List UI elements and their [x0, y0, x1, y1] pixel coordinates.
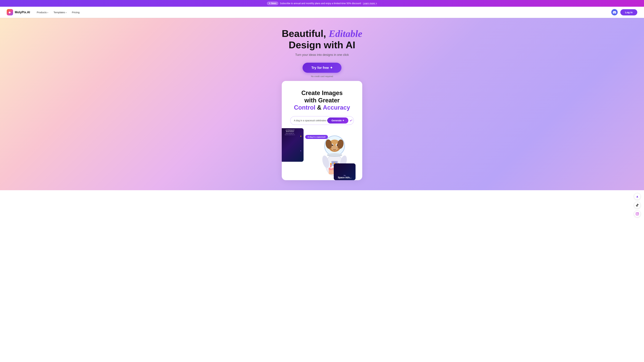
svg-point-30 [332, 144, 333, 146]
pricing-nav-link[interactable]: Pricing [72, 11, 80, 14]
navigation: ◆ MolyPix.AI Products › Templates › Pric… [0, 7, 644, 18]
svg-point-32 [332, 144, 333, 145]
hero-section: Beautiful, Editable Design with AI Turn … [0, 18, 644, 190]
logo-text: MolyPix.AI [15, 10, 30, 14]
logo-icon: ◆ [7, 9, 13, 15]
generate-input-area: Generate ✦ ↩ [290, 116, 354, 125]
hero-subtitle: Turn your ideas into designs in one clic… [295, 53, 349, 57]
svg-point-40 [327, 153, 342, 156]
login-button[interactable]: Log in [620, 9, 637, 15]
feature-title: Create Images with Greater Control & Acc… [290, 89, 354, 111]
announcement-text: Subscribe to annual and monthly plans an… [280, 2, 361, 5]
learn-more-link[interactable]: Learn more > [363, 2, 377, 5]
feature-image-area: ASTRONAUT BIRTHDAY Space Birthday Pa... … [290, 128, 354, 180]
generate-input[interactable] [294, 119, 327, 122]
products-nav-link[interactable]: Products › [37, 11, 48, 14]
no-credit-card-text: No credit card required [311, 75, 333, 78]
discord-button[interactable] [611, 9, 618, 15]
feature-card-text: Create Images with Greater Control & Acc… [290, 89, 354, 125]
hero-title: Beautiful, Editable Design with AI [282, 28, 362, 50]
news-badge: ✦ News [267, 2, 278, 5]
space-adventure-card: Big Space Adv... [334, 163, 356, 180]
hero-title-italic: Editable [329, 28, 362, 39]
generate-button[interactable]: Generate ✦ [327, 117, 348, 123]
chevron-right-icon-2: › [66, 11, 66, 14]
svg-text:◆: ◆ [8, 11, 11, 14]
feature-card: Create Images with Greater Control & Acc… [282, 81, 362, 180]
chevron-right-icon: › [47, 11, 48, 14]
logo[interactable]: ◆ MolyPix.AI [7, 9, 30, 15]
prompt-label: A dog in a spacesuit [305, 135, 328, 139]
arrow-icon: ↩ [349, 118, 353, 123]
nav-actions: Log in [611, 9, 637, 15]
nav-links: Products › Templates › Pricing [37, 11, 611, 14]
svg-rect-7 [332, 162, 337, 163]
templates-nav-link[interactable]: Templates › [54, 11, 66, 14]
birthday-card-title: ASTRONAUT BIRTHDAY [282, 128, 304, 133]
birthday-card-image: ASTRONAUT BIRTHDAY Space Birthday Pa... … [282, 128, 304, 162]
svg-point-17 [330, 163, 332, 165]
announcement-bar: ✦ News Subscribe to annual and monthly p… [0, 0, 644, 7]
try-for-free-button[interactable]: Try for free ✦ [302, 63, 341, 73]
